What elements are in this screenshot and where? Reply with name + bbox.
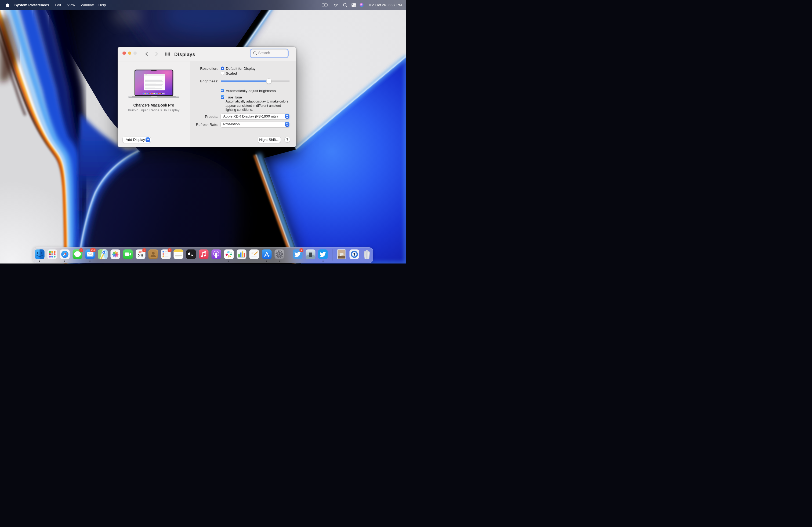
svg-text:“: “ bbox=[251, 252, 253, 256]
svg-text:tv: tv bbox=[191, 253, 193, 256]
svg-text:26: 26 bbox=[138, 253, 143, 258]
